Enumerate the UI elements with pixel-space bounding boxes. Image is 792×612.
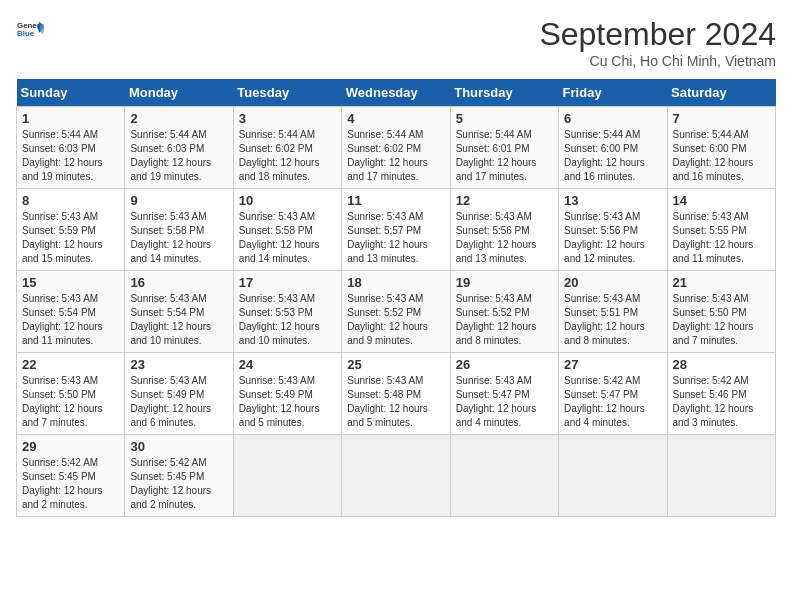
day-number: 19	[456, 275, 553, 290]
weekday-header-friday: Friday	[559, 79, 667, 107]
weekday-header-saturday: Saturday	[667, 79, 775, 107]
page-header: General Blue September 2024 Cu Chi, Ho C…	[16, 16, 776, 69]
day-info: Sunrise: 5:42 AM Sunset: 5:45 PM Dayligh…	[130, 456, 227, 512]
day-info: Sunrise: 5:43 AM Sunset: 5:56 PM Dayligh…	[456, 210, 553, 266]
calendar-cell: 18Sunrise: 5:43 AM Sunset: 5:52 PM Dayli…	[342, 271, 450, 353]
calendar-cell: 15Sunrise: 5:43 AM Sunset: 5:54 PM Dayli…	[17, 271, 125, 353]
calendar-cell: 2Sunrise: 5:44 AM Sunset: 6:03 PM Daylig…	[125, 107, 233, 189]
calendar-cell	[667, 435, 775, 517]
day-number: 28	[673, 357, 770, 372]
day-info: Sunrise: 5:43 AM Sunset: 5:52 PM Dayligh…	[456, 292, 553, 348]
title-block: September 2024 Cu Chi, Ho Chi Minh, Viet…	[539, 16, 776, 69]
calendar-cell	[559, 435, 667, 517]
day-info: Sunrise: 5:43 AM Sunset: 5:49 PM Dayligh…	[239, 374, 336, 430]
day-info: Sunrise: 5:43 AM Sunset: 5:47 PM Dayligh…	[456, 374, 553, 430]
day-number: 5	[456, 111, 553, 126]
day-info: Sunrise: 5:43 AM Sunset: 5:50 PM Dayligh…	[673, 292, 770, 348]
calendar-cell	[233, 435, 341, 517]
day-info: Sunrise: 5:42 AM Sunset: 5:46 PM Dayligh…	[673, 374, 770, 430]
day-number: 14	[673, 193, 770, 208]
day-info: Sunrise: 5:43 AM Sunset: 5:53 PM Dayligh…	[239, 292, 336, 348]
day-number: 29	[22, 439, 119, 454]
month-title: September 2024	[539, 16, 776, 53]
day-number: 18	[347, 275, 444, 290]
day-info: Sunrise: 5:43 AM Sunset: 5:59 PM Dayligh…	[22, 210, 119, 266]
day-number: 8	[22, 193, 119, 208]
calendar-cell: 27Sunrise: 5:42 AM Sunset: 5:47 PM Dayli…	[559, 353, 667, 435]
week-row-2: 8Sunrise: 5:43 AM Sunset: 5:59 PM Daylig…	[17, 189, 776, 271]
calendar-cell: 5Sunrise: 5:44 AM Sunset: 6:01 PM Daylig…	[450, 107, 558, 189]
calendar-cell: 3Sunrise: 5:44 AM Sunset: 6:02 PM Daylig…	[233, 107, 341, 189]
week-row-4: 22Sunrise: 5:43 AM Sunset: 5:50 PM Dayli…	[17, 353, 776, 435]
calendar-cell: 13Sunrise: 5:43 AM Sunset: 5:56 PM Dayli…	[559, 189, 667, 271]
day-info: Sunrise: 5:44 AM Sunset: 6:02 PM Dayligh…	[347, 128, 444, 184]
location-subtitle: Cu Chi, Ho Chi Minh, Vietnam	[539, 53, 776, 69]
calendar-cell: 10Sunrise: 5:43 AM Sunset: 5:58 PM Dayli…	[233, 189, 341, 271]
day-number: 25	[347, 357, 444, 372]
day-info: Sunrise: 5:43 AM Sunset: 5:52 PM Dayligh…	[347, 292, 444, 348]
day-number: 13	[564, 193, 661, 208]
calendar-cell: 21Sunrise: 5:43 AM Sunset: 5:50 PM Dayli…	[667, 271, 775, 353]
calendar-cell: 6Sunrise: 5:44 AM Sunset: 6:00 PM Daylig…	[559, 107, 667, 189]
calendar-cell: 14Sunrise: 5:43 AM Sunset: 5:55 PM Dayli…	[667, 189, 775, 271]
day-info: Sunrise: 5:43 AM Sunset: 5:50 PM Dayligh…	[22, 374, 119, 430]
day-info: Sunrise: 5:44 AM Sunset: 6:02 PM Dayligh…	[239, 128, 336, 184]
week-row-5: 29Sunrise: 5:42 AM Sunset: 5:45 PM Dayli…	[17, 435, 776, 517]
day-info: Sunrise: 5:43 AM Sunset: 5:54 PM Dayligh…	[130, 292, 227, 348]
calendar-cell: 8Sunrise: 5:43 AM Sunset: 5:59 PM Daylig…	[17, 189, 125, 271]
day-number: 27	[564, 357, 661, 372]
day-info: Sunrise: 5:42 AM Sunset: 5:45 PM Dayligh…	[22, 456, 119, 512]
day-info: Sunrise: 5:42 AM Sunset: 5:47 PM Dayligh…	[564, 374, 661, 430]
day-number: 21	[673, 275, 770, 290]
calendar-cell: 20Sunrise: 5:43 AM Sunset: 5:51 PM Dayli…	[559, 271, 667, 353]
calendar-cell: 25Sunrise: 5:43 AM Sunset: 5:48 PM Dayli…	[342, 353, 450, 435]
day-number: 15	[22, 275, 119, 290]
day-number: 16	[130, 275, 227, 290]
calendar-cell: 7Sunrise: 5:44 AM Sunset: 6:00 PM Daylig…	[667, 107, 775, 189]
weekday-header-monday: Monday	[125, 79, 233, 107]
day-number: 6	[564, 111, 661, 126]
calendar-cell: 9Sunrise: 5:43 AM Sunset: 5:58 PM Daylig…	[125, 189, 233, 271]
logo: General Blue	[16, 16, 44, 44]
day-info: Sunrise: 5:43 AM Sunset: 5:48 PM Dayligh…	[347, 374, 444, 430]
day-info: Sunrise: 5:44 AM Sunset: 6:03 PM Dayligh…	[22, 128, 119, 184]
day-info: Sunrise: 5:43 AM Sunset: 5:56 PM Dayligh…	[564, 210, 661, 266]
day-info: Sunrise: 5:43 AM Sunset: 5:49 PM Dayligh…	[130, 374, 227, 430]
day-number: 9	[130, 193, 227, 208]
day-number: 3	[239, 111, 336, 126]
calendar-cell: 16Sunrise: 5:43 AM Sunset: 5:54 PM Dayli…	[125, 271, 233, 353]
day-number: 24	[239, 357, 336, 372]
calendar-cell: 4Sunrise: 5:44 AM Sunset: 6:02 PM Daylig…	[342, 107, 450, 189]
calendar-cell: 24Sunrise: 5:43 AM Sunset: 5:49 PM Dayli…	[233, 353, 341, 435]
weekday-header-tuesday: Tuesday	[233, 79, 341, 107]
calendar-cell: 28Sunrise: 5:42 AM Sunset: 5:46 PM Dayli…	[667, 353, 775, 435]
calendar-cell: 26Sunrise: 5:43 AM Sunset: 5:47 PM Dayli…	[450, 353, 558, 435]
day-number: 12	[456, 193, 553, 208]
day-number: 7	[673, 111, 770, 126]
day-info: Sunrise: 5:43 AM Sunset: 5:58 PM Dayligh…	[130, 210, 227, 266]
week-row-3: 15Sunrise: 5:43 AM Sunset: 5:54 PM Dayli…	[17, 271, 776, 353]
day-number: 4	[347, 111, 444, 126]
logo-icon: General Blue	[16, 16, 44, 44]
day-info: Sunrise: 5:43 AM Sunset: 5:54 PM Dayligh…	[22, 292, 119, 348]
day-info: Sunrise: 5:43 AM Sunset: 5:51 PM Dayligh…	[564, 292, 661, 348]
weekday-header-wednesday: Wednesday	[342, 79, 450, 107]
calendar-cell: 17Sunrise: 5:43 AM Sunset: 5:53 PM Dayli…	[233, 271, 341, 353]
day-number: 20	[564, 275, 661, 290]
calendar-cell: 12Sunrise: 5:43 AM Sunset: 5:56 PM Dayli…	[450, 189, 558, 271]
day-info: Sunrise: 5:44 AM Sunset: 6:03 PM Dayligh…	[130, 128, 227, 184]
day-number: 30	[130, 439, 227, 454]
calendar-table: SundayMondayTuesdayWednesdayThursdayFrid…	[16, 79, 776, 517]
weekday-header-row: SundayMondayTuesdayWednesdayThursdayFrid…	[17, 79, 776, 107]
day-number: 22	[22, 357, 119, 372]
calendar-cell: 29Sunrise: 5:42 AM Sunset: 5:45 PM Dayli…	[17, 435, 125, 517]
day-number: 2	[130, 111, 227, 126]
day-number: 1	[22, 111, 119, 126]
day-number: 11	[347, 193, 444, 208]
day-info: Sunrise: 5:43 AM Sunset: 5:58 PM Dayligh…	[239, 210, 336, 266]
calendar-cell: 30Sunrise: 5:42 AM Sunset: 5:45 PM Dayli…	[125, 435, 233, 517]
day-number: 17	[239, 275, 336, 290]
calendar-cell: 1Sunrise: 5:44 AM Sunset: 6:03 PM Daylig…	[17, 107, 125, 189]
calendar-cell	[342, 435, 450, 517]
calendar-cell: 23Sunrise: 5:43 AM Sunset: 5:49 PM Dayli…	[125, 353, 233, 435]
